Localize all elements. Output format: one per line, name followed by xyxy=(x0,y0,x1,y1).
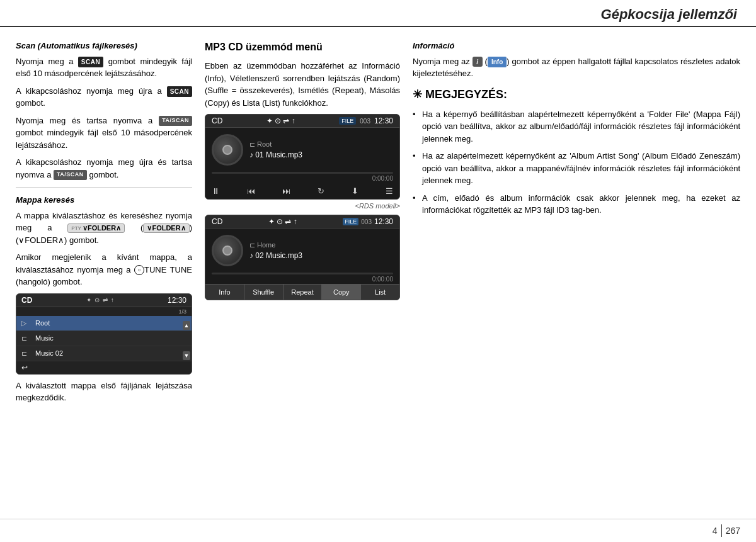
cd-screen-top: CD ✦ ⊙ ⇌ ↑ 12:30 xyxy=(16,294,192,307)
file-num-1: 003 xyxy=(360,118,370,125)
folder-section-title: Mappa keresés xyxy=(16,194,192,206)
scroll-down-arrow[interactable]: ▼ xyxy=(183,351,190,360)
cd-disc-1 xyxy=(212,134,243,166)
notes-title: ✳ MEGJEGYZÉS: xyxy=(413,86,740,103)
col-right: Információ Nyomja meg az i (Info) gombot… xyxy=(413,40,740,409)
cd-track-name-1: ♪ 01 Music.mp3 xyxy=(249,150,393,159)
repeat-button-1[interactable]: ↻ xyxy=(318,186,324,196)
cd-file-info: 1/3 xyxy=(178,308,186,315)
tune-circle-icon: ○ xyxy=(134,265,144,275)
back-button[interactable]: ↩ xyxy=(21,363,28,372)
notes-item-2: Ha az alapértelmezett képernyőként az 'A… xyxy=(413,150,740,187)
pause-button-1[interactable]: ⏸ xyxy=(212,186,220,196)
cd-header-icons-2: ✦ ⊙ ⇌ ↑ xyxy=(268,217,297,226)
scan-badge-1: SCAN xyxy=(78,57,103,67)
notes-item-3: A cím, előadó és album információk csak … xyxy=(413,192,740,217)
cd-disc-inner-1 xyxy=(222,145,232,155)
page-header: Gépkocsija jellemzői xyxy=(0,0,756,27)
cd-time: 12:30 xyxy=(168,296,186,305)
scan-p3: Nyomja meg és tartsa nyomva a TA/SCAN go… xyxy=(16,115,192,152)
next-button-1[interactable]: ⏭ xyxy=(282,186,290,196)
menu-list[interactable]: List xyxy=(361,285,399,300)
up-icon: ↑ xyxy=(111,296,114,303)
cd-file-badge-1: FILE xyxy=(339,117,356,125)
notes-section: ✳ MEGJEGYZÉS: Ha a képernyő beállításban… xyxy=(413,86,740,217)
scan-p2: A kikapcsoláshoz nyomja meg újra a SCAN … xyxy=(16,85,192,110)
item-text-music: Music xyxy=(35,334,54,342)
scan-badge-2: SCAN xyxy=(167,86,192,97)
item-text-music02: Music 02 xyxy=(35,349,63,357)
page-section: 4 xyxy=(713,526,718,536)
cd-track-folder-2: ⊏ Home xyxy=(249,241,393,249)
cd-player-body-2: ⊏ Home ♪ 02 Music.mp3 xyxy=(205,229,399,273)
folder-p3: A kiválasztott mappa első fájljának lejá… xyxy=(16,380,192,404)
list-item-root[interactable]: ▷ Root xyxy=(16,316,192,331)
cd-player-screen-1: CD ✦ ⊙ ⇌ ↑ FILE 003 12:30 ⊏ Root ♪ 01 Mu… xyxy=(205,114,400,200)
cd-track-info-2: ⊏ Home ♪ 02 Music.mp3 xyxy=(249,241,393,260)
page-divider xyxy=(721,524,722,537)
cd-icon: ⊙ xyxy=(94,296,100,303)
cd-time-2: 12:30 xyxy=(374,217,393,226)
play-icon: ▷ xyxy=(21,319,32,327)
cd-disc-inner-2 xyxy=(222,246,232,256)
cd-screen-list: ▷ Root ⊏ Music ⊏ Music 02 xyxy=(16,316,192,361)
page-footer: 4 267 xyxy=(0,519,756,542)
file-num-2: 003 xyxy=(361,218,372,225)
cd-menu-bar: Info Shuffle Repeat Copy List xyxy=(205,284,399,300)
cd-label-2: CD xyxy=(212,217,222,226)
rds-label: <RDS modell> xyxy=(205,202,400,210)
cd-player-body-1: ⊏ Root ♪ 01 Music.mp3 xyxy=(205,128,399,172)
cd-time-display-1: 0:00:00 xyxy=(205,174,399,183)
shuffle-icon: ⇌ xyxy=(103,296,108,303)
cd-controls-1: ⏸ ⏮ ⏭ ↻ ⬇ ☰ xyxy=(205,183,399,199)
cd-header-icons-1: ✦ ⊙ ⇌ ↑ xyxy=(266,116,295,125)
cd-progress-bar-2 xyxy=(212,273,393,274)
pty-folder-button[interactable]: PTY ∨FOLDER∧ xyxy=(67,223,125,233)
cd-screen-list-wrapper: 1/3 ▷ Root ⊏ Music ⊏ Music 02 xyxy=(16,307,192,361)
cd-progress-bar-1 xyxy=(212,172,393,174)
scan-section: Scan (Automatikus fájlkeresés) Nyomja me… xyxy=(16,40,192,181)
col-left: Scan (Automatikus fájlkeresés) Nyomja me… xyxy=(16,40,192,409)
folder-p2: Amikor megjelenik a kívánt mappa, a kivá… xyxy=(16,251,192,288)
cd-track-folder-1: ⊏ Root xyxy=(249,140,393,149)
info-p1: Nyomja meg az i (Info) gombot az éppen h… xyxy=(413,55,740,80)
scan-p4: A kikapcsoláshoz nyomja meg újra és tart… xyxy=(16,156,192,181)
page-title: Gépkocsija jellemzői xyxy=(601,6,737,23)
page-number: 267 xyxy=(726,526,740,536)
info-section: Információ Nyomja meg az i (Info) gombot… xyxy=(413,40,740,80)
list-item-music[interactable]: ⊏ Music xyxy=(16,331,192,346)
list-item-music02[interactable]: ⊏ Music 02 xyxy=(16,346,192,361)
folder-button-inline[interactable]: ∨FOLDER∧ xyxy=(143,223,189,233)
cd-time-1: 12:30 xyxy=(374,116,393,125)
prev-button-1[interactable]: ⏮ xyxy=(247,186,255,196)
notes-item-1: Ha a képernyő beállításban alapértelmeze… xyxy=(413,108,740,145)
scan-p1: Nyomja meg a SCAN gombot mindegyik fájl … xyxy=(16,55,192,80)
cd-label: CD xyxy=(21,296,32,305)
cd-icons: ✦ ⊙ ⇌ ↑ xyxy=(86,296,114,303)
col-mid: MP3 CD üzemmód menü Ebben az üzemmódban … xyxy=(205,40,400,409)
bluetooth-icon: ✦ xyxy=(86,296,91,303)
menu-repeat[interactable]: Repeat xyxy=(284,285,323,300)
cd-player-header-1: CD ✦ ⊙ ⇌ ↑ FILE 003 12:30 xyxy=(205,115,399,128)
cd-file-badge-2a: FILE xyxy=(343,218,358,225)
scan-section-title: Scan (Automatikus fájlkeresés) xyxy=(16,40,192,52)
menu-info[interactable]: Info xyxy=(205,285,244,300)
section-separator xyxy=(16,187,192,188)
pty-label: PTY xyxy=(71,226,81,231)
menu-shuffle[interactable]: Shuffle xyxy=(244,285,284,300)
menu-copy[interactable]: Copy xyxy=(322,285,361,300)
scroll-up-arrow[interactable]: ▲ xyxy=(183,321,190,330)
download-button-1[interactable]: ⬇ xyxy=(352,186,358,196)
mp3-description: Ebben az üzemmódban hozzáférhet az Infor… xyxy=(205,60,400,109)
cd-player-header-2: CD ✦ ⊙ ⇌ ↑ FILE 003 12:30 xyxy=(205,215,399,229)
content-area: Scan (Automatikus fájlkeresés) Nyomja me… xyxy=(0,27,756,415)
cd-track-name-2: ♪ 02 Music.mp3 xyxy=(249,251,393,260)
tascan-badge-2: TA/SCAN xyxy=(54,170,87,180)
info-i-icon: i xyxy=(472,57,483,67)
cd-label-1: CD xyxy=(212,116,222,125)
item-text-root: Root xyxy=(35,319,50,327)
cd-screen-bottom: ↩ xyxy=(16,361,192,374)
tascan-badge-1: TA/SCAN xyxy=(159,116,192,126)
list-button-1[interactable]: ☰ xyxy=(386,186,393,196)
cd-folder-screen: CD ✦ ⊙ ⇌ ↑ 12:30 1/3 ▷ Root xyxy=(16,293,192,375)
